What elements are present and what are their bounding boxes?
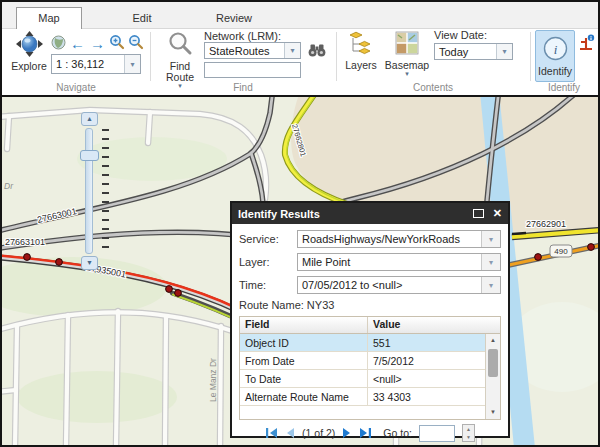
cell-value: <null> [368, 373, 500, 385]
column-header-field: Field [240, 317, 368, 333]
chevron-down-icon[interactable]: ▾ [481, 231, 500, 247]
shield-label: 490 [554, 247, 568, 256]
tab-map[interactable]: Map [16, 7, 82, 29]
last-record-icon[interactable] [359, 427, 372, 439]
zoom-slider-track[interactable] [85, 128, 93, 254]
chevron-down-icon[interactable]: ▾ [284, 43, 300, 58]
forward-arrow-icon[interactable]: → [89, 36, 106, 52]
chevron-down-icon[interactable]: ▾ [481, 277, 500, 293]
service-value: RoadsHighways/NewYorkRoads [298, 233, 481, 245]
street-label: Dr [4, 181, 14, 191]
table-row[interactable]: From Date 7/5/2012 [240, 352, 500, 370]
layer-row: Layer: Mile Point ▾ [239, 253, 501, 271]
find-route-icon [167, 31, 193, 59]
time-combobox[interactable]: 07/05/2012 to <null> ▾ [297, 276, 501, 294]
scroll-up-icon[interactable]: ▲ [486, 334, 500, 347]
table-scrollbar[interactable]: ▲ ▼ [485, 334, 500, 419]
identify-results-dialog: Identify Results ✕ Service: RoadsHighway… [230, 201, 510, 438]
view-date-label: View Date: [434, 29, 487, 41]
spinner-down-icon[interactable]: ▼ [463, 433, 474, 441]
park-area [17, 371, 177, 423]
group-label-navigate: Navigate [2, 82, 150, 94]
group-label-contents: Contents [336, 82, 530, 94]
maximize-icon[interactable] [473, 209, 484, 218]
explore-label: Explore [11, 61, 47, 72]
chevron-down-icon: ▾ [405, 71, 409, 77]
zoom-in-icon[interactable] [109, 34, 125, 54]
layer-combobox[interactable]: Mile Point ▾ [297, 253, 501, 271]
explore-icon [16, 31, 43, 59]
zoom-level-ticks [102, 129, 109, 253]
cell-value: 551 [368, 337, 500, 349]
tab-edit[interactable]: Edit [110, 8, 174, 28]
next-record-icon[interactable] [342, 427, 352, 439]
route-shield-490: 490 [550, 245, 572, 257]
record-pager: (1 of 2) Go to: ▲ ▼ [239, 420, 501, 446]
app-window: Map Edit Review Explore ← → [0, 0, 600, 447]
globe-icon[interactable] [51, 35, 66, 54]
table-row[interactable]: Object ID 551 [240, 334, 500, 352]
record-count-text: (1 of 2) [302, 427, 335, 439]
route-search-input[interactable] [204, 62, 301, 78]
group-divider [530, 32, 531, 81]
layers-button[interactable]: Layers [342, 31, 380, 71]
goto-spinner[interactable]: ▲ ▼ [462, 424, 475, 442]
chevron-down-icon[interactable]: ▾ [496, 44, 512, 59]
table-row[interactable]: Alternate Route Name 33 4303 [240, 388, 500, 406]
service-label: Service: [239, 233, 297, 245]
time-label: Time: [239, 279, 297, 291]
zoom-out-icon[interactable] [128, 34, 144, 54]
zoom-slider-up-button[interactable]: ▲ [81, 112, 98, 126]
dialog-titlebar[interactable]: Identify Results ✕ [232, 203, 508, 224]
chevron-down-icon[interactable]: ▾ [481, 254, 500, 270]
back-arrow-icon[interactable]: ← [69, 36, 86, 52]
goto-record-input[interactable] [419, 425, 455, 442]
time-row: Time: 07/05/2012 to <null> ▾ [239, 276, 501, 294]
zoom-slider[interactable]: ▲ ▼ [80, 112, 100, 272]
close-icon[interactable]: ✕ [493, 207, 502, 220]
layers-label: Layers [345, 60, 377, 71]
layer-value: Mile Point [298, 256, 481, 268]
zoom-slider-down-button[interactable]: ▼ [81, 256, 98, 270]
binoculars-icon[interactable] [308, 43, 326, 62]
identify-button[interactable]: i Identify [535, 30, 575, 82]
basemap-button[interactable]: Basemap ▾ [384, 31, 430, 77]
chevron-down-icon[interactable]: ▾ [124, 55, 140, 73]
map-canvas[interactable]: 490 27663001 27663101 27935001 27662901 … [2, 95, 598, 447]
table-row[interactable]: To Date <null> [240, 370, 500, 388]
scale-combobox[interactable]: 1 : 36,112 ▾ [51, 54, 141, 74]
spinner-up-icon[interactable]: ▲ [463, 425, 474, 433]
identify-icon: i [542, 35, 569, 64]
zoom-slider-handle[interactable] [80, 150, 99, 161]
explore-button[interactable]: Explore [8, 31, 50, 72]
scrollbar-thumb[interactable] [488, 349, 498, 377]
cell-field: Object ID [240, 334, 368, 351]
column-header-value: Value [368, 317, 500, 333]
street-label: Le Manz Dr [208, 358, 218, 402]
dialog-title: Identify Results [238, 208, 320, 220]
group-label-find: Find [150, 82, 336, 94]
goto-label: Go to: [383, 427, 412, 439]
ribbon-tab-bar: Map Edit Review [2, 2, 598, 28]
identify-route-location-icon[interactable] [578, 34, 595, 55]
identify-label: Identify [538, 66, 572, 77]
cell-value: 33 4303 [368, 391, 500, 403]
view-date-combobox[interactable]: Today ▾ [434, 43, 513, 60]
network-combobox[interactable]: StateRoutes ▾ [204, 42, 301, 59]
group-divider [336, 32, 337, 81]
time-value: 07/05/2012 to <null> [298, 279, 481, 291]
first-record-icon[interactable] [265, 427, 278, 439]
svg-text:i: i [553, 42, 557, 57]
tab-review[interactable]: Review [202, 8, 266, 28]
view-date-value: Today [435, 46, 496, 58]
layers-icon [349, 31, 373, 58]
ribbon: Explore ← → 1 : 36,112 ▾ Navigate [2, 28, 598, 95]
basemap-icon [395, 31, 419, 58]
route-label: 27662901 [526, 219, 566, 229]
cell-value: 7/5/2012 [368, 355, 500, 367]
find-route-button[interactable]: Find Route ▾ [158, 31, 202, 89]
network-lrm-label: Network (LRM): [204, 30, 281, 42]
scroll-down-icon[interactable]: ▼ [486, 406, 500, 419]
previous-record-icon[interactable] [285, 427, 295, 439]
service-combobox[interactable]: RoadsHighways/NewYorkRoads ▾ [297, 230, 501, 248]
